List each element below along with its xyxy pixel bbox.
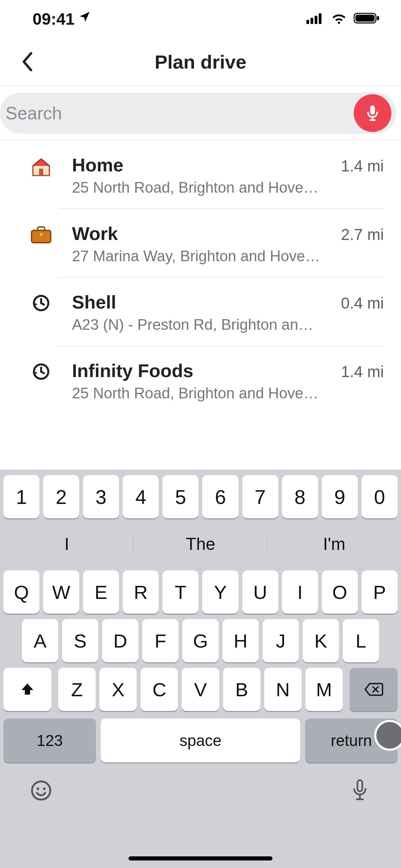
- history-icon: [24, 360, 58, 381]
- result-title: Infinity Foods: [72, 360, 193, 381]
- svg-rect-8: [32, 230, 51, 243]
- keyboard: 1 2 3 4 5 6 7 8 9 0 I The I'm Q W E R T …: [0, 470, 401, 868]
- key-k[interactable]: K: [303, 619, 339, 662]
- key-p[interactable]: P: [362, 570, 398, 614]
- key-y[interactable]: Y: [202, 570, 238, 614]
- key-9[interactable]: 9: [322, 475, 358, 518]
- key-h[interactable]: H: [222, 619, 259, 662]
- history-icon: [24, 291, 58, 313]
- list-item[interactable]: Home 1.4 mi 25 North Road, Brighton and …: [0, 141, 401, 209]
- work-icon: [24, 223, 58, 244]
- result-title: Home: [72, 154, 123, 176]
- key-w[interactable]: W: [43, 570, 79, 614]
- key-l[interactable]: L: [343, 619, 379, 662]
- status-bar: 09:41: [0, 0, 401, 38]
- keyboard-suggestions: I The I'm: [0, 525, 401, 563]
- svg-rect-7: [39, 169, 43, 176]
- wifi-icon: [330, 12, 348, 26]
- svg-point-13: [37, 787, 39, 790]
- svg-rect-15: [357, 780, 362, 792]
- result-subtitle: 25 North Road, Brighton and Hove…: [72, 385, 380, 402]
- result-distance: 2.7 mi: [341, 225, 384, 244]
- microphone-icon: [363, 104, 382, 122]
- key-a[interactable]: A: [22, 619, 58, 662]
- svg-point-9: [40, 233, 42, 236]
- svg-point-14: [43, 787, 46, 790]
- header: Plan drive: [0, 38, 401, 86]
- key-c[interactable]: C: [141, 668, 178, 711]
- key-n[interactable]: N: [264, 668, 302, 711]
- key-e[interactable]: E: [83, 570, 119, 614]
- key-v[interactable]: V: [182, 668, 219, 711]
- suggestion[interactable]: The: [134, 534, 267, 554]
- search-pill[interactable]: [0, 93, 396, 134]
- microphone-icon: [350, 778, 369, 803]
- result-subtitle: 27 Marina Way, Brighton and Hove…: [72, 248, 380, 265]
- back-button[interactable]: [14, 48, 41, 75]
- home-indicator[interactable]: [129, 856, 272, 860]
- keyboard-footer: [0, 764, 401, 868]
- home-icon: [24, 154, 58, 178]
- keyboard-row-3: Z X C V B N M: [0, 665, 401, 714]
- key-3[interactable]: 3: [83, 475, 119, 518]
- emoji-icon: [30, 780, 52, 801]
- result-distance: 1.4 mi: [341, 157, 384, 175]
- key-0[interactable]: 0: [362, 475, 398, 518]
- result-subtitle: A23 (N) - Preston Rd, Brighton an…: [72, 316, 380, 333]
- key-b[interactable]: B: [223, 668, 260, 711]
- key-4[interactable]: 4: [123, 475, 159, 518]
- key-s[interactable]: S: [62, 619, 98, 662]
- shift-key[interactable]: [3, 668, 51, 711]
- suggestion[interactable]: I: [0, 534, 134, 554]
- dictation-button[interactable]: [346, 777, 374, 804]
- shift-icon: [20, 682, 35, 697]
- status-time: 09:41: [33, 10, 75, 28]
- search-input[interactable]: [5, 103, 354, 123]
- result-title: Shell: [72, 291, 116, 313]
- results-list: Home 1.4 mi 25 North Road, Brighton and …: [0, 141, 401, 414]
- key-1[interactable]: 1: [3, 475, 39, 518]
- key-q[interactable]: Q: [3, 570, 39, 614]
- svg-rect-1: [311, 18, 313, 24]
- keyboard-bottom-row: 123 space return: [0, 714, 401, 764]
- voice-search-button[interactable]: [354, 94, 391, 132]
- keyboard-row-1: Q W E R T Y U I O P: [0, 568, 401, 616]
- key-x[interactable]: X: [99, 668, 137, 711]
- key-o[interactable]: O: [322, 570, 358, 614]
- key-r[interactable]: R: [123, 570, 159, 614]
- backspace-icon: [364, 682, 383, 697]
- list-item[interactable]: Infinity Foods 1.4 mi 25 North Road, Bri…: [0, 346, 401, 414]
- key-j[interactable]: J: [263, 619, 299, 662]
- key-m[interactable]: M: [305, 668, 343, 711]
- key-f[interactable]: F: [142, 619, 179, 662]
- keyboard-row-2: A S D F G H J K L: [0, 616, 401, 665]
- list-item[interactable]: Shell 0.4 mi A23 (N) - Preston Rd, Brigh…: [0, 278, 401, 346]
- key-6[interactable]: 6: [202, 475, 238, 518]
- backspace-key[interactable]: [350, 668, 398, 711]
- space-key[interactable]: space: [101, 719, 300, 762]
- key-7[interactable]: 7: [242, 475, 278, 518]
- key-i[interactable]: I: [282, 570, 318, 614]
- key-z[interactable]: Z: [58, 668, 96, 711]
- key-g[interactable]: G: [182, 619, 219, 662]
- list-item[interactable]: Work 2.7 mi 27 Marina Way, Brighton and …: [0, 209, 401, 278]
- page-title: Plan drive: [155, 51, 246, 73]
- search-container: [0, 86, 401, 141]
- suggestion[interactable]: I'm: [267, 534, 401, 554]
- key-u[interactable]: U: [242, 570, 278, 614]
- key-d[interactable]: D: [102, 619, 138, 662]
- location-arrow-icon: [78, 10, 91, 26]
- svg-rect-2: [315, 16, 317, 24]
- emoji-button[interactable]: [27, 777, 55, 804]
- result-distance: 1.4 mi: [341, 362, 384, 381]
- key-8[interactable]: 8: [282, 475, 318, 518]
- battery-icon: [354, 12, 380, 26]
- result-subtitle: 25 North Road, Brighton and Hove…: [72, 179, 380, 196]
- numeric-switch-key[interactable]: 123: [3, 719, 96, 762]
- keyboard-number-row: 1 2 3 4 5 6 7 8 9 0: [0, 470, 401, 522]
- svg-rect-5: [355, 15, 375, 22]
- result-title: Work: [72, 223, 118, 244]
- key-5[interactable]: 5: [162, 475, 198, 518]
- key-t[interactable]: T: [162, 570, 198, 614]
- key-2[interactable]: 2: [43, 475, 79, 518]
